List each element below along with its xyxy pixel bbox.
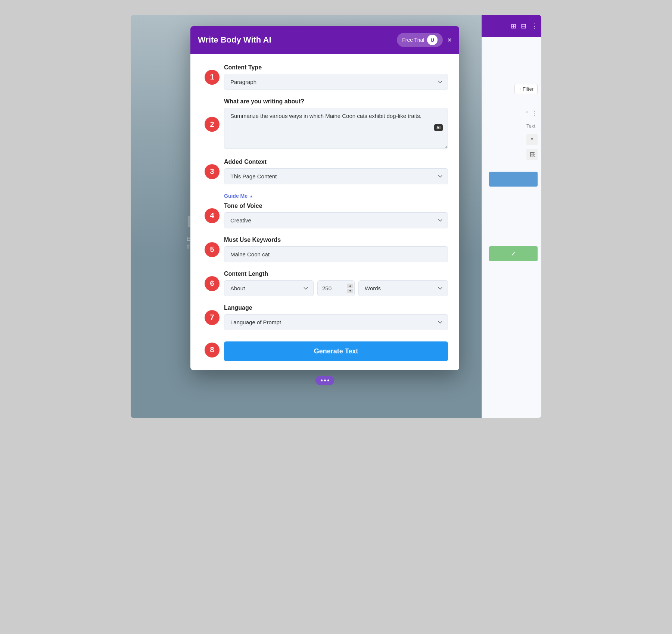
step-6-number: 6	[205, 276, 220, 291]
language-select[interactable]: Language of Prompt English Spanish Frenc…	[224, 314, 448, 330]
content-length-row: About Exactly At Least At Most ▲ ▼ Words	[224, 280, 448, 296]
step-4-number: 4	[205, 208, 220, 223]
step-1-number: 1	[205, 70, 220, 85]
writing-about-group: 2 What are you writing about? AI	[224, 98, 448, 150]
tone-voice-group: 4 Tone of Voice Creative Professional Ca…	[224, 203, 448, 228]
dot-3	[327, 380, 329, 381]
bottom-dots	[315, 376, 334, 385]
quote-icon[interactable]: ❝	[526, 134, 538, 145]
image-icon[interactable]: 🖼	[526, 149, 538, 160]
added-context-group: 3 Added Context This Page Content No Con…	[224, 159, 448, 184]
chevron-up-icon[interactable]: ⌃	[525, 110, 529, 117]
dot-1	[321, 380, 323, 381]
keywords-label: Must Use Keywords	[224, 237, 448, 243]
tone-voice-label: Tone of Voice	[224, 203, 448, 209]
expand-icon[interactable]: ⊞	[511, 22, 516, 30]
writing-about-label: What are you writing about?	[224, 98, 448, 105]
more-options-icon-2[interactable]: ⋮	[532, 110, 538, 117]
ai-badge: AI	[434, 124, 443, 131]
guide-me-section: Guide Me ▲	[224, 193, 448, 201]
added-context-label: Added Context	[224, 159, 448, 165]
generate-button[interactable]: Generate Text	[224, 341, 448, 361]
content-length-group: 6 Content Length About Exactly At Least …	[224, 271, 448, 296]
language-group: 7 Language Language of Prompt English Sp…	[224, 304, 448, 330]
guide-me-link[interactable]: Guide Me ▲	[224, 193, 253, 199]
step-8-number: 8	[205, 343, 220, 357]
dot-2	[324, 380, 326, 381]
words-select[interactable]: Words Sentences Paragraphs	[358, 280, 448, 296]
more-options-icon[interactable]: ⋮	[531, 22, 538, 30]
content-type-label: Content Type	[224, 64, 448, 71]
editor-toolbar: ⊞ ⊟ ⋮	[482, 15, 541, 37]
step-3-number: 3	[205, 164, 220, 179]
number-spinners: ▲ ▼	[347, 284, 353, 293]
filter-button[interactable]: + Filter	[514, 84, 538, 94]
content-length-label: Content Length	[224, 271, 448, 277]
textarea-wrapper: AI	[224, 108, 448, 150]
check-icon: ✓	[511, 250, 516, 258]
ai-modal: Write Body With AI Free Trial U × 1 Cont…	[190, 26, 459, 370]
step-5-number: 5	[205, 242, 220, 257]
language-label: Language	[224, 304, 448, 311]
generate-section: 8 Generate Text	[224, 338, 448, 361]
modal-header: Write Body With AI Free Trial U ×	[190, 26, 459, 54]
step-7-number: 7	[205, 310, 220, 325]
guide-me-arrow: ▲	[249, 194, 253, 198]
step-2-number: 2	[205, 117, 220, 132]
content-type-group: 1 Content Type Paragraph List FAQ How-To	[224, 64, 448, 90]
keywords-group: 5 Must Use Keywords	[224, 237, 448, 262]
spinner-down[interactable]: ▼	[347, 289, 353, 293]
columns-icon[interactable]: ⊟	[521, 22, 526, 30]
header-right: Free Trial U ×	[397, 33, 452, 47]
added-context-select[interactable]: This Page Content No Context Custom Cont…	[224, 168, 448, 184]
content-type-select[interactable]: Paragraph List FAQ How-To	[224, 74, 448, 90]
about-select[interactable]: About Exactly At Least At Most	[224, 280, 314, 296]
editor-blue-button[interactable]	[489, 172, 538, 187]
guide-me-label: Guide Me	[224, 193, 248, 199]
text-label: Text	[526, 123, 538, 129]
number-input-wrapper: ▲ ▼	[317, 280, 355, 296]
modal-body: 1 Content Type Paragraph List FAQ How-To…	[190, 54, 459, 370]
user-avatar: U	[427, 35, 438, 45]
modal-title: Write Body With AI	[198, 35, 271, 45]
free-trial-label: Free Trial	[402, 37, 424, 43]
keywords-input[interactable]	[224, 246, 448, 262]
writing-about-textarea[interactable]	[224, 108, 448, 149]
editor-green-button[interactable]: ✓	[489, 246, 538, 261]
close-button[interactable]: ×	[447, 36, 452, 44]
free-trial-badge[interactable]: Free Trial U	[397, 33, 443, 47]
tone-voice-select[interactable]: Creative Professional Casual Formal	[224, 212, 448, 228]
spinner-up[interactable]: ▲	[347, 284, 353, 288]
